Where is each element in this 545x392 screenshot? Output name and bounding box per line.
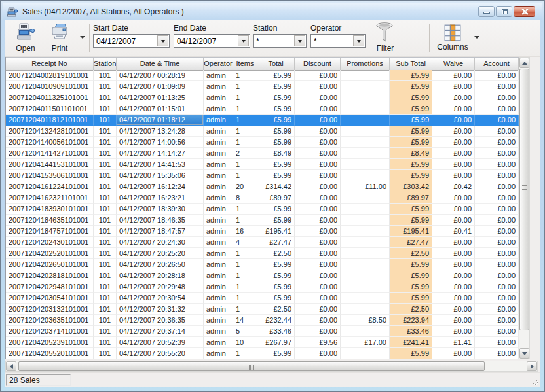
table-cell[interactable]: £0.00: [475, 259, 519, 270]
table-cell[interactable]: 20071204002819101001: [6, 70, 94, 81]
table-cell[interactable]: [341, 70, 390, 81]
table-cell[interactable]: £0.00: [295, 103, 341, 115]
table-cell[interactable]: £0.00: [295, 270, 341, 281]
minimize-button[interactable]: [478, 6, 495, 17]
table-cell[interactable]: admin: [204, 326, 233, 337]
table-cell[interactable]: £0.00: [432, 215, 475, 226]
table-cell[interactable]: £0.00: [295, 192, 341, 204]
table-cell[interactable]: 4: [233, 237, 257, 248]
table-cell[interactable]: 20071204153506101001: [6, 170, 94, 181]
table-cell[interactable]: admin: [204, 348, 233, 359]
table-cell[interactable]: £5.99: [257, 348, 295, 359]
table-cell[interactable]: 20071204205239101001: [6, 337, 94, 348]
table-cell[interactable]: £0.00: [432, 248, 475, 259]
table-cell[interactable]: 101: [94, 92, 117, 103]
table-cell[interactable]: 1: [233, 204, 257, 215]
table-row[interactable]: 2007120420363510100110104/12/2007 20:36:…: [6, 315, 519, 326]
table-cell[interactable]: 1: [233, 293, 257, 304]
table-cell[interactable]: £0.00: [475, 304, 519, 315]
table-cell[interactable]: £0.00: [432, 348, 475, 359]
table-cell[interactable]: 1: [233, 92, 257, 103]
table-cell[interactable]: £0.00: [432, 315, 475, 326]
table-cell[interactable]: 1: [233, 248, 257, 259]
table-cell[interactable]: 1: [233, 126, 257, 137]
table-cell[interactable]: 04/12/2007 18:47:57: [117, 226, 204, 237]
table-cell[interactable]: £9.56: [295, 337, 341, 348]
table-cell[interactable]: [341, 92, 390, 103]
table-cell[interactable]: £5.99: [390, 348, 432, 359]
table-cell[interactable]: 04/12/2007 20:31:32: [117, 304, 204, 315]
table-cell[interactable]: [341, 204, 390, 215]
table-cell[interactable]: £33.46: [390, 326, 432, 337]
table-cell[interactable]: £8.50: [341, 315, 390, 326]
table-cell[interactable]: £5.99: [257, 159, 295, 170]
table-cell[interactable]: £5.99: [257, 281, 295, 293]
table-cell[interactable]: £267.97: [257, 337, 295, 348]
table-cell[interactable]: £0.00: [432, 326, 475, 337]
column-header-sub-total[interactable]: Sub Total: [390, 58, 432, 71]
table-row[interactable]: 2007120420252010100110104/12/2007 20:25:…: [6, 248, 519, 259]
table-cell[interactable]: 04/12/2007 13:24:28: [117, 126, 204, 137]
table-cell[interactable]: £0.00: [475, 215, 519, 226]
table-cell[interactable]: £0.41: [432, 226, 475, 237]
table-cell[interactable]: £5.99: [390, 204, 432, 215]
table-cell[interactable]: 04/12/2007 20:28:18: [117, 270, 204, 281]
table-cell[interactable]: £5.99: [390, 159, 432, 170]
columns-dropdown-arrow-icon[interactable]: [474, 36, 479, 39]
open-button[interactable]: Open: [10, 22, 41, 56]
table-cell[interactable]: 20071204140056101001: [6, 137, 94, 148]
table-cell[interactable]: £89.97: [390, 192, 432, 204]
table-cell[interactable]: £0.00: [475, 103, 519, 115]
table-cell[interactable]: £0.00: [295, 115, 341, 126]
table-cell[interactable]: £0.00: [432, 304, 475, 315]
table-cell[interactable]: 04/12/2007 15:35:06: [117, 170, 204, 181]
table-cell[interactable]: 20071204161224101001: [6, 181, 94, 192]
table-cell[interactable]: 101: [94, 103, 117, 115]
print-button[interactable]: Print: [44, 22, 75, 56]
table-row[interactable]: 2007120420552010100110104/12/2007 20:55:…: [6, 348, 519, 359]
table-cell[interactable]: £241.41: [390, 337, 432, 348]
table-cell[interactable]: £5.99: [390, 70, 432, 81]
scroll-up-button[interactable]: [519, 58, 529, 68]
table-cell[interactable]: 04/12/2007 01:18:12: [117, 115, 204, 126]
table-cell[interactable]: 20071204202948101001: [6, 281, 94, 293]
table-cell[interactable]: 101: [94, 348, 117, 359]
table-cell[interactable]: £5.99: [257, 215, 295, 226]
table-cell[interactable]: [341, 170, 390, 181]
table-cell[interactable]: £5.99: [257, 270, 295, 281]
column-header-station[interactable]: Station: [94, 58, 117, 71]
table-cell[interactable]: 101: [94, 137, 117, 148]
table-cell[interactable]: £0.00: [475, 159, 519, 170]
table-cell[interactable]: admin: [204, 192, 233, 204]
table-cell[interactable]: 1: [233, 215, 257, 226]
table-cell[interactable]: 20071204141427101001: [6, 148, 94, 159]
table-cell[interactable]: 04/12/2007 20:24:30: [117, 237, 204, 248]
column-header-receipt-no[interactable]: Receipt No: [6, 58, 94, 71]
table-cell[interactable]: £5.99: [257, 259, 295, 270]
table-cell[interactable]: 20071204203132101001: [6, 304, 94, 315]
table-cell[interactable]: £8.49: [257, 148, 295, 159]
table-cell[interactable]: 101: [94, 115, 117, 126]
table-cell[interactable]: £232.44: [257, 315, 295, 326]
table-cell[interactable]: £0.00: [295, 92, 341, 103]
table-cell[interactable]: 1: [233, 259, 257, 270]
table-cell[interactable]: £0.00: [475, 293, 519, 304]
table-cell[interactable]: £303.42: [390, 181, 432, 192]
table-cell[interactable]: 20071204132428101001: [6, 126, 94, 137]
table-row[interactable]: 2007120420313210100110104/12/2007 20:31:…: [6, 304, 519, 315]
table-cell[interactable]: £0.00: [295, 137, 341, 148]
table-cell[interactable]: £0.00: [475, 348, 519, 359]
table-cell[interactable]: 101: [94, 170, 117, 181]
table-cell[interactable]: £0.00: [295, 348, 341, 359]
table-cell[interactable]: 101: [94, 293, 117, 304]
table-cell[interactable]: 20: [233, 181, 257, 192]
table-row[interactable]: 2007120420294810100110104/12/2007 20:29:…: [6, 281, 519, 293]
table-cell[interactable]: admin: [204, 259, 233, 270]
table-cell[interactable]: £0.00: [475, 192, 519, 204]
table-cell[interactable]: 1: [233, 270, 257, 281]
table-cell[interactable]: 20071204011325101001: [6, 92, 94, 103]
table-cell[interactable]: 1: [233, 304, 257, 315]
table-row[interactable]: 2007120420243010100110104/12/2007 20:24:…: [6, 237, 519, 248]
table-cell[interactable]: 101: [94, 315, 117, 326]
table-cell[interactable]: 04/12/2007 16:12:24: [117, 181, 204, 192]
